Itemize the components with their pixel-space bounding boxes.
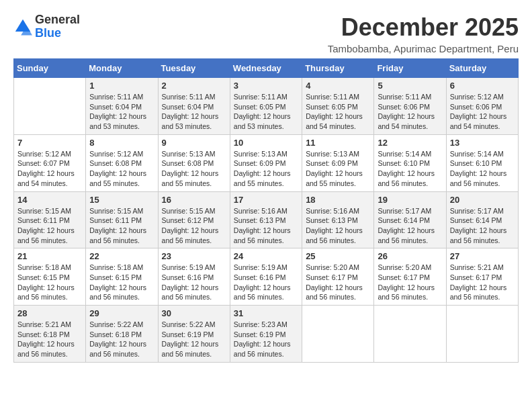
calendar-cell: 23Sunrise: 5:19 AMSunset: 6:16 PMDayligh… [158, 248, 230, 306]
day-info: Sunrise: 5:15 AMSunset: 6:12 PMDaylight:… [162, 206, 226, 246]
calendar-header: SundayMondayTuesdayWednesdayThursdayFrid… [14, 59, 519, 78]
day-info: Sunrise: 5:13 AMSunset: 6:08 PMDaylight:… [162, 149, 226, 189]
day-number: 24 [234, 251, 298, 261]
calendar-cell [302, 306, 374, 363]
day-number: 4 [306, 81, 370, 91]
day-number: 18 [306, 195, 370, 205]
calendar-cell: 7Sunrise: 5:12 AMSunset: 6:07 PMDaylight… [14, 134, 86, 191]
week-row-1: 1Sunrise: 5:11 AMSunset: 6:04 PMDaylight… [14, 78, 519, 135]
month-title: December 2025 [328, 13, 519, 42]
calendar-cell: 30Sunrise: 5:22 AMSunset: 6:19 PMDayligh… [158, 306, 230, 363]
calendar-cell: 17Sunrise: 5:16 AMSunset: 6:13 PMDayligh… [230, 191, 302, 248]
logo: General Blue [13, 13, 80, 40]
day-number: 30 [162, 308, 226, 318]
day-info: Sunrise: 5:11 AMSunset: 6:04 PMDaylight:… [89, 92, 154, 132]
calendar-cell: 26Sunrise: 5:20 AMSunset: 6:17 PMDayligh… [374, 248, 446, 306]
weekday-header-monday: Monday [86, 59, 158, 78]
day-info: Sunrise: 5:15 AMSunset: 6:11 PMDaylight:… [89, 206, 154, 246]
day-info: Sunrise: 5:11 AMSunset: 6:05 PMDaylight:… [306, 92, 370, 132]
weekday-header-wednesday: Wednesday [230, 59, 302, 78]
calendar-cell: 12Sunrise: 5:14 AMSunset: 6:10 PMDayligh… [374, 134, 446, 191]
calendar-cell: 2Sunrise: 5:11 AMSunset: 6:04 PMDaylight… [158, 78, 230, 135]
day-info: Sunrise: 5:23 AMSunset: 6:19 PMDaylight:… [234, 320, 298, 359]
calendar-cell: 25Sunrise: 5:20 AMSunset: 6:17 PMDayligh… [302, 248, 374, 306]
calendar-cell [374, 306, 446, 363]
calendar-cell: 14Sunrise: 5:15 AMSunset: 6:11 PMDayligh… [14, 191, 86, 248]
day-info: Sunrise: 5:11 AMSunset: 6:06 PMDaylight:… [378, 92, 442, 132]
day-number: 15 [89, 195, 154, 205]
day-number: 1 [89, 81, 154, 91]
calendar-cell: 29Sunrise: 5:22 AMSunset: 6:18 PMDayligh… [86, 306, 158, 363]
calendar-cell: 3Sunrise: 5:11 AMSunset: 6:05 PMDaylight… [230, 78, 302, 135]
calendar-cell: 19Sunrise: 5:17 AMSunset: 6:14 PMDayligh… [374, 191, 446, 248]
day-info: Sunrise: 5:22 AMSunset: 6:18 PMDaylight:… [89, 320, 154, 359]
logo-general: General [35, 13, 80, 27]
day-info: Sunrise: 5:17 AMSunset: 6:14 PMDaylight:… [378, 206, 442, 246]
day-number: 2 [162, 81, 226, 91]
week-row-3: 14Sunrise: 5:15 AMSunset: 6:11 PMDayligh… [14, 191, 519, 248]
day-number: 22 [89, 251, 154, 261]
calendar-cell: 20Sunrise: 5:17 AMSunset: 6:14 PMDayligh… [446, 191, 518, 248]
day-info: Sunrise: 5:22 AMSunset: 6:19 PMDaylight:… [162, 320, 226, 359]
calendar-cell: 9Sunrise: 5:13 AMSunset: 6:08 PMDaylight… [158, 134, 230, 191]
calendar-body: 1Sunrise: 5:11 AMSunset: 6:04 PMDaylight… [14, 78, 519, 363]
day-number: 21 [17, 251, 82, 261]
weekday-header-saturday: Saturday [446, 59, 518, 78]
day-number: 23 [162, 251, 226, 261]
day-info: Sunrise: 5:21 AMSunset: 6:17 PMDaylight:… [450, 263, 515, 302]
day-number: 27 [450, 251, 515, 261]
calendar-cell [14, 78, 86, 135]
header: General Blue December 2025 Tambobamba, A… [13, 13, 519, 54]
day-number: 26 [378, 251, 442, 261]
calendar-cell: 31Sunrise: 5:23 AMSunset: 6:19 PMDayligh… [230, 306, 302, 363]
calendar-cell: 15Sunrise: 5:15 AMSunset: 6:11 PMDayligh… [86, 191, 158, 248]
day-info: Sunrise: 5:13 AMSunset: 6:09 PMDaylight:… [306, 149, 370, 189]
calendar-cell: 10Sunrise: 5:13 AMSunset: 6:09 PMDayligh… [230, 134, 302, 191]
day-info: Sunrise: 5:11 AMSunset: 6:04 PMDaylight:… [162, 92, 226, 132]
day-number: 31 [234, 308, 298, 318]
calendar-cell: 4Sunrise: 5:11 AMSunset: 6:05 PMDaylight… [302, 78, 374, 135]
day-info: Sunrise: 5:16 AMSunset: 6:13 PMDaylight:… [306, 206, 370, 246]
day-number: 29 [89, 308, 154, 318]
calendar-cell: 21Sunrise: 5:18 AMSunset: 6:15 PMDayligh… [14, 248, 86, 306]
calendar-cell: 22Sunrise: 5:18 AMSunset: 6:15 PMDayligh… [86, 248, 158, 306]
day-info: Sunrise: 5:11 AMSunset: 6:05 PMDaylight:… [234, 92, 298, 132]
day-info: Sunrise: 5:18 AMSunset: 6:15 PMDaylight:… [89, 263, 154, 302]
week-row-4: 21Sunrise: 5:18 AMSunset: 6:15 PMDayligh… [14, 248, 519, 306]
day-number: 5 [378, 81, 442, 91]
logo-text: General Blue [35, 13, 80, 40]
logo-icon [13, 17, 32, 36]
day-info: Sunrise: 5:14 AMSunset: 6:10 PMDaylight:… [450, 149, 515, 189]
weekday-header-friday: Friday [374, 59, 446, 78]
day-number: 12 [378, 138, 442, 148]
week-row-2: 7Sunrise: 5:12 AMSunset: 6:07 PMDaylight… [14, 134, 519, 191]
day-number: 28 [17, 308, 82, 318]
day-info: Sunrise: 5:20 AMSunset: 6:17 PMDaylight:… [378, 263, 442, 302]
day-number: 17 [234, 195, 298, 205]
day-info: Sunrise: 5:18 AMSunset: 6:15 PMDaylight:… [17, 263, 82, 302]
day-info: Sunrise: 5:19 AMSunset: 6:16 PMDaylight:… [234, 263, 298, 302]
day-info: Sunrise: 5:21 AMSunset: 6:18 PMDaylight:… [17, 320, 82, 359]
day-number: 9 [162, 138, 226, 148]
calendar-cell: 5Sunrise: 5:11 AMSunset: 6:06 PMDaylight… [374, 78, 446, 135]
day-info: Sunrise: 5:17 AMSunset: 6:14 PMDaylight:… [450, 206, 515, 246]
day-number: 8 [89, 138, 154, 148]
location-title: Tambobamba, Apurimac Department, Peru [328, 43, 519, 54]
calendar-cell: 18Sunrise: 5:16 AMSunset: 6:13 PMDayligh… [302, 191, 374, 248]
calendar-table: SundayMondayTuesdayWednesdayThursdayFrid… [13, 58, 519, 363]
calendar-cell: 1Sunrise: 5:11 AMSunset: 6:04 PMDaylight… [86, 78, 158, 135]
day-number: 19 [378, 195, 442, 205]
calendar-cell: 11Sunrise: 5:13 AMSunset: 6:09 PMDayligh… [302, 134, 374, 191]
day-info: Sunrise: 5:12 AMSunset: 6:08 PMDaylight:… [89, 149, 154, 189]
weekday-header-thursday: Thursday [302, 59, 374, 78]
calendar-cell: 6Sunrise: 5:12 AMSunset: 6:06 PMDaylight… [446, 78, 518, 135]
calendar-cell: 16Sunrise: 5:15 AMSunset: 6:12 PMDayligh… [158, 191, 230, 248]
calendar-cell: 28Sunrise: 5:21 AMSunset: 6:18 PMDayligh… [14, 306, 86, 363]
calendar-cell: 27Sunrise: 5:21 AMSunset: 6:17 PMDayligh… [446, 248, 518, 306]
weekday-header-tuesday: Tuesday [158, 59, 230, 78]
logo-blue: Blue [35, 27, 80, 40]
day-info: Sunrise: 5:13 AMSunset: 6:09 PMDaylight:… [234, 149, 298, 189]
day-number: 25 [306, 251, 370, 261]
day-info: Sunrise: 5:12 AMSunset: 6:07 PMDaylight:… [17, 149, 82, 189]
day-number: 3 [234, 81, 298, 91]
